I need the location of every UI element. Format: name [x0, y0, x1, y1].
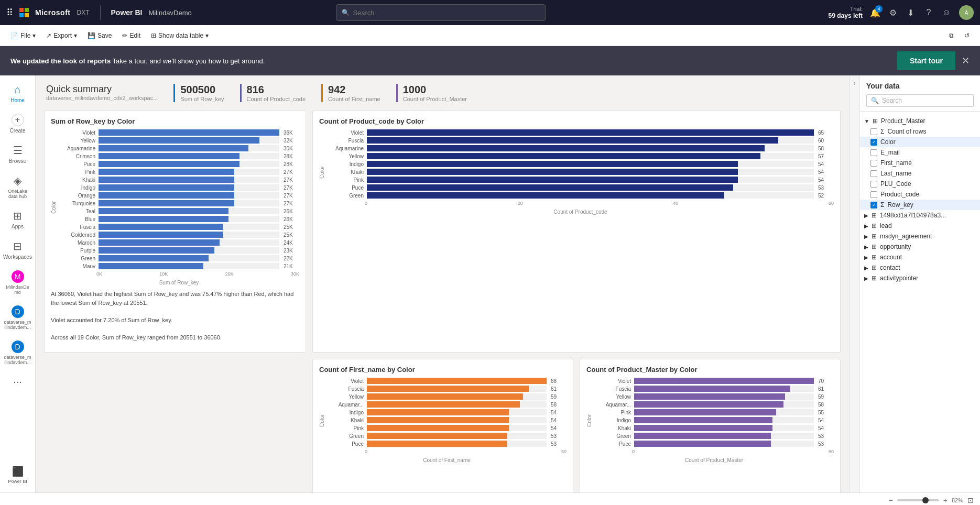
tree-activitypointer[interactable]: ▶ ⊞ activitypointer [860, 273, 980, 283]
sidebar-item-powerbi[interactable]: ⬛ Power BI [2, 462, 34, 488]
microsoft-logo [19, 8, 29, 17]
checkbox-productcode[interactable] [870, 191, 877, 198]
global-search[interactable]: 🔍 [336, 4, 546, 21]
tree-account[interactable]: ▶ ⊞ account [860, 252, 980, 262]
bar-label: Purple [59, 248, 95, 254]
sidebar-item-more[interactable]: ··· [2, 371, 34, 392]
tree-color[interactable]: Color [860, 137, 980, 147]
bar-value: 23K [284, 248, 299, 254]
settings-icon[interactable]: ⚙ [888, 7, 898, 18]
filters-collapse-btn[interactable]: ‹ [849, 75, 859, 492]
bar-track [634, 409, 814, 415]
checkbox-count-rows[interactable] [870, 128, 877, 135]
export-button[interactable]: ↗ Export ▾ [42, 30, 81, 41]
kpi-value-productmaster: 1000 [403, 84, 467, 96]
bar-row: Fuscia60 [327, 137, 834, 144]
chart4-body: Color Violet70Fuscia61Yellow59Aquamar...… [586, 378, 834, 463]
bar-row: Fuscia25K [59, 224, 299, 230]
tree-email[interactable]: E_mail [860, 147, 980, 158]
bar-row: Mauv21K [59, 263, 299, 269]
search-input[interactable] [353, 9, 540, 17]
bar-label: Teal [59, 208, 95, 214]
chart2-body: Color Violet65Fuscia60Aquamarine58Yellow… [319, 129, 834, 215]
refresh-button[interactable]: ↺ [960, 30, 974, 41]
save-button[interactable]: 💾 Save [83, 30, 116, 41]
bar-fill [99, 145, 248, 151]
tree-opportunity[interactable]: ▶ ⊞ opportunity [860, 241, 980, 252]
bar-track [367, 417, 547, 423]
chart4-x-ticks: 050 [594, 449, 834, 454]
sidebar-item-onelake[interactable]: ◈ OneLake data hub [2, 170, 34, 203]
bar-row: Green52 [327, 192, 834, 199]
tree-contact[interactable]: ▶ ⊞ contact [860, 262, 980, 273]
bar-row: Violet68 [327, 378, 567, 384]
sidebar-item-browse[interactable]: ☰ Browse [2, 140, 34, 168]
help-icon[interactable]: ? [923, 7, 934, 18]
brand-name: Microsoft [35, 8, 71, 17]
zoom-in-button[interactable]: + [943, 496, 948, 504]
face-icon[interactable]: ☺ [941, 7, 952, 18]
bar-row: Khaki54 [594, 425, 834, 431]
download-icon[interactable]: ⬇ [906, 7, 916, 18]
bar-row: Green22K [59, 255, 299, 261]
chart-rowkey-color: Sum of Row_key by Color Color Violet36KY… [44, 111, 306, 353]
tree-lead[interactable]: ▶ ⊞ lead [860, 221, 980, 231]
chevron-down-icon: ▾ [205, 32, 209, 39]
file-button[interactable]: 📄 File ▾ [6, 30, 40, 41]
checkbox-firstname[interactable] [870, 160, 877, 167]
fullscreen-button[interactable]: ⧉ [945, 30, 958, 41]
sidebar-item-apps[interactable]: ⊞ Apps [2, 205, 34, 234]
bar-fill [99, 169, 234, 175]
bar-value: 59 [818, 394, 834, 400]
table-icon: ⊞ [872, 222, 877, 229]
bar-value: 22K [284, 256, 299, 261]
tree-product-code[interactable]: Product_code [860, 189, 980, 200]
sidebar-item-home[interactable]: ⌂ Home [2, 80, 34, 107]
create-icon: + [12, 114, 24, 126]
tree-last-name[interactable]: Last_name [860, 168, 980, 179]
powerbi-label: Power BI [111, 8, 143, 17]
avatar[interactable]: A [959, 5, 974, 20]
bar-label: Fuscia [594, 386, 631, 392]
fit-screen-button[interactable]: ⊡ [967, 496, 974, 504]
bar-label: Crimson [59, 153, 95, 159]
sidebar-item-dataverse2[interactable]: D dataverse_m ilindavdem... [2, 336, 34, 369]
bar-track [634, 425, 814, 431]
checkbox-plucode[interactable] [870, 181, 877, 188]
bar-fill [634, 425, 772, 431]
chart4-y-axis: Color [586, 414, 592, 427]
bar-label: Fuscia [327, 138, 364, 144]
checkbox-rowkey[interactable] [870, 202, 877, 208]
your-data-search[interactable]: 🔍 Search [866, 94, 974, 107]
notification-bell[interactable]: 🔔4 [870, 7, 880, 18]
sidebar-item-workspaces[interactable]: ⊟ Workspaces [2, 236, 34, 264]
tree-row-key[interactable]: Σ Row_key [860, 200, 980, 210]
zoom-out-button[interactable]: − [889, 496, 893, 504]
waffle-menu[interactable]: ⠿ [6, 7, 13, 18]
edit-button[interactable]: ✏ Edit [118, 30, 145, 41]
bar-fill [367, 169, 738, 175]
checkbox-email[interactable] [870, 149, 877, 156]
chart1-title: Sum of Row_key by Color [51, 117, 299, 125]
tree-msdyn[interactable]: ▶ ⊞ msdyn_agreement [860, 231, 980, 241]
checkbox-lastname[interactable] [870, 170, 877, 177]
start-tour-button[interactable]: Start tour [897, 51, 955, 70]
checkbox-color[interactable] [870, 139, 877, 146]
banner-close-button[interactable]: ✕ [962, 55, 970, 67]
bar-row: Indigo27K [59, 184, 299, 191]
tree-id1[interactable]: ▶ ⊞ 1498cd1a7f104978a3... [860, 210, 980, 221]
bar-label: Puce [594, 441, 631, 447]
zoom-slider[interactable] [897, 499, 939, 501]
tree-product-master[interactable]: ▼ ⊞ Product_Master [860, 116, 980, 126]
tree-first-name[interactable]: First_name [860, 158, 980, 168]
file-icon: 📄 [10, 32, 18, 39]
bar-fill [634, 417, 772, 423]
sidebar-item-create[interactable]: + Create [2, 109, 34, 138]
sidebar-item-milindav[interactable]: M MilindavDe mo [2, 266, 34, 299]
top-navigation: ⠿ Microsoft DXT Power BI MilindavDemo 🔍 … [0, 0, 980, 25]
bar-row: Yellow59 [594, 393, 834, 400]
show-data-button[interactable]: ⊞ Show data table ▾ [147, 30, 213, 41]
tree-count-rows[interactable]: Σ Count of rows [860, 126, 980, 137]
tree-plu-code[interactable]: PLU_Code [860, 179, 980, 189]
sidebar-item-dataverse1[interactable]: D dataverse_m ilindavdem... [2, 301, 34, 334]
